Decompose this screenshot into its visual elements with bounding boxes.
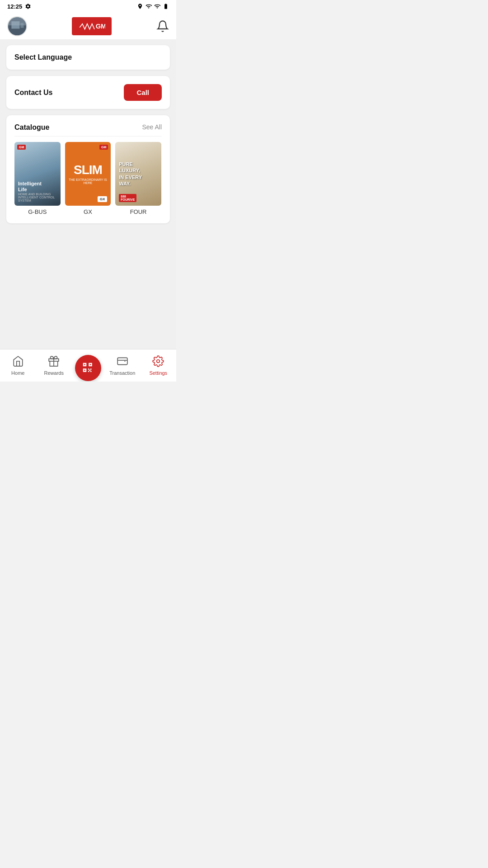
gm-logo: GM	[72, 17, 112, 35]
four-label: FOUR	[130, 208, 147, 215]
gift-icon	[48, 355, 60, 369]
select-language-title: Select Language	[14, 53, 72, 61]
nav-qr[interactable]	[72, 364, 104, 368]
wallet-icon	[117, 355, 128, 369]
catalogue-items: GM IntelligentLife HOME AND BUILDINGINTE…	[14, 142, 162, 215]
catalogue-card: Catalogue See All GM IntelligentLife HOM…	[6, 115, 170, 223]
status-bar: 12:25	[0, 0, 176, 13]
svg-rect-2	[11, 21, 19, 28]
qr-icon	[81, 361, 95, 375]
svg-rect-7	[117, 358, 127, 364]
rewards-label: Rewards	[44, 370, 64, 376]
gbus-label: G-BUS	[28, 208, 47, 215]
status-time: 12:25	[7, 3, 22, 10]
wifi-icon	[145, 3, 152, 9]
catalogue-divider	[14, 136, 162, 137]
nav-rewards[interactable]: Rewards	[36, 354, 72, 377]
home-label: Home	[11, 370, 24, 376]
signal-icon	[154, 3, 160, 9]
nav-home[interactable]: Home	[0, 354, 36, 377]
catalogue-item-gbus[interactable]: GM IntelligentLife HOME AND BUILDINGINTE…	[14, 142, 61, 215]
gx-label: GX	[84, 208, 92, 215]
four-main-text: PURELUXURY,IN EVERYWAY.	[119, 161, 142, 187]
status-right-icons	[137, 3, 169, 9]
svg-point-8	[157, 360, 160, 363]
contact-us-card: Contact Us Call	[6, 76, 170, 109]
svg-rect-3	[20, 23, 23, 28]
qr-button[interactable]	[75, 355, 101, 381]
home-icon	[12, 355, 24, 369]
call-button[interactable]: Call	[124, 84, 162, 101]
gx-badge: GM	[99, 145, 108, 150]
contact-us-title: Contact Us	[14, 89, 52, 97]
nav-transaction[interactable]: Transaction	[104, 354, 141, 377]
nav-settings[interactable]: Settings	[141, 354, 177, 377]
settings-icon	[25, 3, 31, 9]
notification-bell[interactable]	[156, 20, 169, 33]
see-all-link[interactable]: See All	[142, 123, 162, 131]
gm-logo-svg: GM	[78, 20, 105, 33]
bottom-nav: Home Rewards	[0, 349, 176, 382]
avatar[interactable]	[7, 16, 27, 36]
location-icon	[137, 3, 143, 9]
settings-label: Settings	[149, 370, 167, 376]
app-header: GM	[0, 13, 176, 40]
catalogue-item-four[interactable]: PURELUXURY,IN EVERYWAY. 888FOURIVE FOUR	[115, 142, 161, 215]
gbus-sub-text: HOME AND BUILDINGINTELLIGENT CONTROL SYS…	[18, 193, 57, 202]
svg-text:GM: GM	[96, 23, 105, 30]
gbus-badge: GM	[17, 145, 26, 150]
gbus-main-text: IntelligentLife	[18, 181, 57, 193]
catalogue-title: Catalogue	[14, 123, 49, 132]
four-badge: 888FOURIVE	[119, 194, 136, 202]
catalogue-item-gx[interactable]: GM SLIM THE EXTRAORDINARY IS HERE GX GX	[65, 142, 111, 215]
battery-icon	[163, 3, 169, 9]
main-content: Select Language Contact Us Call Catalogu…	[0, 40, 176, 349]
gx-main-text: SLIM	[74, 164, 102, 176]
gear-icon	[152, 355, 164, 369]
select-language-card[interactable]: Select Language	[6, 45, 170, 70]
gx-sub-text: THE EXTRAORDINARY IS HERE	[69, 178, 108, 184]
gx-logo-badge: GX	[98, 196, 108, 202]
avatar-image	[8, 16, 26, 36]
transaction-label: Transaction	[109, 370, 135, 376]
